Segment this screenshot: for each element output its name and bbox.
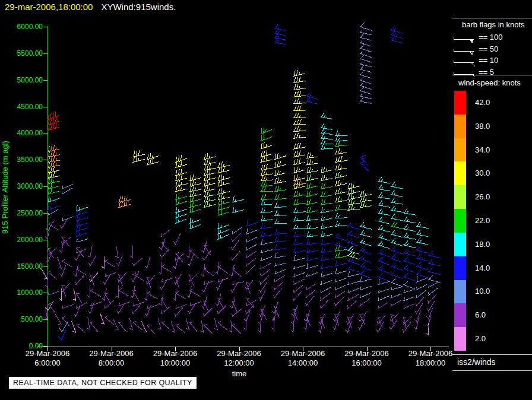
- wind-barb: [378, 296, 389, 301]
- colorbar-value: 2.0: [475, 334, 511, 343]
- wind-barb: [175, 212, 187, 218]
- wind-barb: [293, 126, 306, 131]
- wind-barb: [293, 99, 306, 104]
- wind-barb: [76, 303, 87, 309]
- wind-barb: [214, 318, 217, 330]
- wind-profiler-window: 29-mar-2006,18:00:00XYWind:915winds. 915…: [0, 0, 532, 400]
- wind-barb: [360, 23, 372, 30]
- wind-barb: [321, 123, 333, 130]
- wind-barb: [232, 233, 240, 242]
- wind-barb: [416, 270, 428, 278]
- colorbar-segment: [454, 91, 466, 115]
- wind-barb: [90, 274, 94, 286]
- x-tick-label: 29-Mar-200616:00:00: [331, 349, 403, 368]
- wind-barb: [347, 301, 357, 309]
- wind-barb: [391, 246, 403, 254]
- y-tick-label: 500.00: [0, 315, 43, 323]
- wind-barb: [403, 208, 416, 215]
- wind-barb: [175, 155, 187, 162]
- barb-10-icon: [452, 55, 477, 67]
- wind-barb: [293, 91, 306, 97]
- wind-barb: [246, 258, 255, 266]
- wind-barb: [48, 123, 59, 131]
- wind-barb: [189, 223, 201, 229]
- wind-barb: [147, 325, 154, 334]
- wind-barb: [293, 215, 306, 221]
- wind-barb: [204, 159, 216, 166]
- wind-barb: [76, 268, 87, 275]
- wind-barb: [321, 247, 333, 253]
- wind-barb: [391, 214, 403, 220]
- wind-barb: [416, 254, 428, 261]
- wind-barb: [335, 261, 347, 266]
- wind-barb: [48, 112, 59, 120]
- colorbar-segment: [454, 233, 466, 256]
- wind-barb: [175, 304, 187, 309]
- wind-barb: [232, 251, 240, 261]
- y-tick-label: 2500.00: [0, 209, 43, 217]
- wind-barb: [335, 136, 347, 141]
- wind-barb: [217, 265, 227, 274]
- wind-barb: [131, 271, 139, 282]
- wind-barb: [347, 222, 359, 229]
- wind-barb: [378, 265, 390, 274]
- wind-barb: [335, 196, 347, 202]
- wind-barb: [321, 144, 333, 149]
- wind-barb: [147, 153, 159, 160]
- wind-barb: [274, 24, 287, 30]
- wind-barb: [261, 164, 273, 170]
- wind-barb: [118, 196, 131, 202]
- wind-barb: [217, 234, 229, 240]
- wind-barb: [102, 256, 104, 269]
- wind-barb: [118, 322, 126, 332]
- colorbar-value: 42.0: [475, 98, 511, 107]
- wind-barb: [274, 275, 285, 282]
- wind-barb: [188, 255, 194, 266]
- wind-barb: [116, 255, 122, 266]
- wind-barb: [306, 263, 318, 269]
- wind-barb: [293, 119, 306, 125]
- wind-barb: [390, 319, 397, 330]
- wind-barb: [335, 221, 347, 226]
- wind-barb: [391, 230, 403, 237]
- wind-barb: [102, 288, 106, 301]
- wind-barb: [428, 294, 436, 304]
- wind-barb: [204, 324, 213, 333]
- wind-barb: [274, 245, 287, 250]
- colorbar-value: 22.0: [475, 216, 511, 225]
- wind-barb: [391, 294, 403, 299]
- wind-barb: [347, 265, 359, 272]
- wind-barb: [76, 324, 86, 333]
- wind-barb: [415, 303, 423, 314]
- wind-barb: [360, 41, 372, 46]
- wind-barb: [347, 294, 358, 301]
- wind-barb: [159, 262, 162, 274]
- wind-barb: [360, 84, 372, 90]
- wind-barb: [76, 226, 88, 231]
- wind-barb: [217, 322, 227, 331]
- wind-barb: [347, 246, 359, 254]
- wind-barb: [306, 231, 318, 237]
- wind-barb: [347, 271, 359, 277]
- panel-divider-watermark-bottom: [452, 370, 532, 371]
- wind-barb: [335, 268, 347, 274]
- wind-barb: [245, 280, 254, 290]
- wind-barb: [46, 221, 54, 231]
- wind-barb: [321, 223, 332, 229]
- wind-barb: [391, 314, 394, 326]
- wind-barb: [335, 213, 347, 218]
- wind-barb: [216, 294, 221, 306]
- wind-barb: [189, 191, 201, 197]
- wind-barb: [48, 247, 57, 255]
- wind-barb: [274, 263, 286, 266]
- colorbar-segment: [454, 280, 466, 304]
- wind-barb: [104, 259, 115, 267]
- wind-barb: [189, 186, 202, 192]
- wind-barb: [403, 290, 415, 293]
- wind-barb: [90, 289, 100, 297]
- wind-barb: [76, 239, 88, 242]
- wind-barb: [118, 274, 122, 286]
- wind-barb: [360, 33, 372, 40]
- wind-barb: [360, 246, 372, 254]
- wind-barb: [48, 188, 59, 195]
